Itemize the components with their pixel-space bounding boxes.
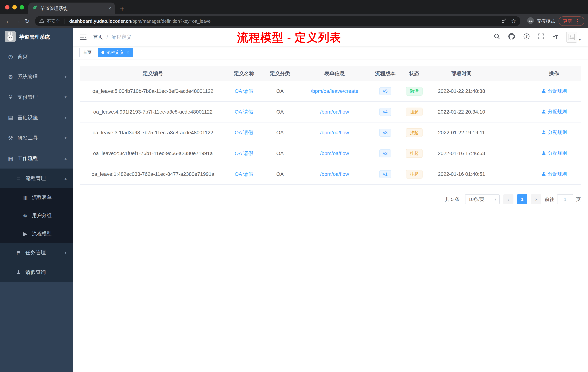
- page-annotation: 流程模型 - 定义列表: [237, 30, 341, 45]
- new-tab-button[interactable]: +: [120, 5, 124, 12]
- sidebar-item-label: 用户分组: [32, 212, 52, 219]
- tag-close-icon[interactable]: ×: [126, 50, 129, 55]
- navbar-actions: ? TT ▾: [494, 32, 581, 43]
- definition-name-link[interactable]: OA 请假: [235, 109, 253, 115]
- cell-definition-id: oa_leave:3:1fad3d93-7b75-11ec-a3c8-acde4…: [80, 122, 226, 143]
- status-badge: 挂起: [406, 128, 422, 137]
- form-info-link[interactable]: /bpm/oa/leave/create: [311, 88, 358, 94]
- reload-icon[interactable]: ↻: [22, 18, 32, 25]
- sidebar-item-label: 流程模型: [32, 230, 52, 237]
- assign-rule-link[interactable]: 分配规则: [541, 129, 567, 136]
- assign-rule-link[interactable]: 分配规则: [541, 88, 567, 94]
- browser-tab-strip: 芋道管理系统 × +: [0, 0, 588, 14]
- svg-text:?: ?: [525, 34, 528, 38]
- user-avatar[interactable]: [566, 32, 577, 43]
- column-action: 操作: [527, 66, 581, 81]
- sidebar-item-leave-query[interactable]: ♟ 请假查询: [0, 263, 73, 282]
- sidebar-item-label: 工作流程: [17, 155, 38, 162]
- goto-page-input[interactable]: [557, 194, 573, 204]
- incognito-icon: [527, 17, 534, 25]
- security-label: 不安全: [47, 18, 60, 24]
- definition-name-link[interactable]: OA 请假: [235, 88, 253, 94]
- fullscreen-icon[interactable]: [538, 33, 544, 41]
- chevron-icon: ▾: [64, 250, 67, 255]
- sidebar-item-system[interactable]: ⚙ 系统管理 ▾: [0, 67, 73, 87]
- sidebar-item-label: 请假查询: [25, 269, 46, 276]
- zoom-window-button[interactable]: [20, 5, 24, 10]
- tag-label: 首页: [83, 50, 92, 55]
- browser-window: 芋道管理系统 × + ← → ↻ 不安全 dashboard.yudao.ioc…: [0, 0, 588, 372]
- cell-action: 分配规则: [527, 122, 581, 143]
- sidebar-logo[interactable]: 芋道管理系统: [0, 28, 73, 46]
- sidebar-item-process-form[interactable]: ▥ 流程表单: [0, 188, 73, 206]
- incognito-label: 无痕模式: [537, 18, 555, 24]
- cell-category: OA: [262, 143, 298, 164]
- breadcrumb-home[interactable]: 首页: [93, 34, 103, 41]
- key-icon[interactable]: [501, 18, 507, 24]
- tag-dot: [101, 51, 104, 54]
- browser-tab[interactable]: 芋道管理系统 ×: [28, 2, 115, 14]
- user-menu[interactable]: ▾: [566, 32, 581, 43]
- monitor-icon: ▤: [7, 114, 14, 121]
- address-bar[interactable]: 不安全 dashboard.yudao.iocoder.cn/bpm/manag…: [35, 16, 520, 26]
- sidebar-item-task-mgmt[interactable]: ⚑ 任务管理 ▾: [0, 243, 73, 263]
- hamburger-icon[interactable]: [80, 34, 86, 40]
- person-icon: ♟: [15, 269, 22, 275]
- form-info-link[interactable]: /bpm/oa/flow: [320, 151, 349, 156]
- back-icon[interactable]: ←: [4, 18, 13, 25]
- user-icon: [541, 151, 546, 156]
- form-info-link[interactable]: /bpm/oa/flow: [320, 171, 349, 177]
- minimize-window-button[interactable]: [12, 5, 17, 10]
- view-tag[interactable]: 流程定义 ×: [98, 48, 133, 57]
- next-page-button[interactable]: ›: [531, 194, 541, 204]
- sidebar-item-devtools[interactable]: ⚒ 研发工具 ▾: [0, 128, 73, 148]
- sidebar-item-payment[interactable]: ¥ 支付管理 ▾: [0, 87, 73, 107]
- forward-icon[interactable]: →: [13, 18, 22, 25]
- tab-close-icon[interactable]: ×: [108, 6, 111, 11]
- page-number-button[interactable]: 1: [517, 194, 527, 204]
- form-info-link[interactable]: /bpm/oa/flow: [320, 130, 349, 135]
- cell-category: OA: [262, 101, 298, 122]
- help-icon[interactable]: ?: [523, 33, 530, 41]
- assign-rule-link[interactable]: 分配规则: [541, 171, 567, 177]
- sidebar-item-label: 系统管理: [17, 73, 38, 80]
- sidebar-item-workflow[interactable]: ▦ 工作流程 ▴: [0, 148, 73, 169]
- sidebar-item-infrastructure[interactable]: ▤ 基础设施 ▾: [0, 107, 73, 128]
- cell-action: 分配规则: [527, 143, 581, 164]
- omnibox-actions: ☆: [501, 18, 516, 24]
- assign-rule-link[interactable]: 分配规则: [541, 109, 567, 115]
- window-controls: [5, 5, 24, 10]
- definition-name-link[interactable]: OA 请假: [235, 171, 253, 177]
- sidebar-item-process-model[interactable]: ▶ 流程模型: [0, 225, 73, 243]
- table-row: oa_leave:1:482ec033-762a-11ec-8477-a2380…: [80, 164, 581, 185]
- assign-rule-label: 分配规则: [548, 109, 567, 115]
- sidebar-item-home[interactable]: ◷ 首页: [0, 46, 73, 67]
- sidebar-item-user-group[interactable]: ☺ 用户分组: [0, 206, 73, 225]
- definition-name-link[interactable]: OA 请假: [235, 151, 253, 156]
- breadcrumb: 首页 / 流程定义: [93, 34, 132, 41]
- chevron-icon: ▾: [64, 136, 67, 140]
- prev-page-button[interactable]: ‹: [503, 194, 514, 204]
- url-domain: dashboard.yudao.iocoder.cn: [69, 19, 131, 24]
- cell-deploy-time: 2022-01-16 17:46:53: [429, 143, 494, 164]
- browser-update-button[interactable]: 更新 ⋮: [558, 16, 584, 26]
- sidebar-item-process-mgmt[interactable]: ≣ 流程管理 ▴: [0, 169, 73, 188]
- status-badge: 挂起: [406, 170, 422, 178]
- close-window-button[interactable]: [5, 5, 10, 10]
- form-info-link[interactable]: /bpm/oa/flow: [320, 109, 349, 115]
- github-icon[interactable]: [508, 33, 515, 41]
- page-size-select[interactable]: 10条/页 ▾: [465, 194, 500, 204]
- view-tag[interactable]: 首页: [79, 48, 95, 57]
- browser-menu-dots-icon[interactable]: ⋮: [575, 18, 580, 24]
- assign-rule-link[interactable]: 分配规则: [541, 150, 567, 156]
- security-status[interactable]: 不安全: [39, 18, 60, 24]
- bookmark-star-icon[interactable]: ☆: [511, 18, 516, 24]
- definition-name-link[interactable]: OA 请假: [235, 130, 253, 135]
- font-size-icon[interactable]: TT: [553, 34, 558, 40]
- version-badge: v3: [379, 129, 391, 137]
- sidebar-item-label: 研发工具: [17, 134, 38, 142]
- chevron-icon: ▴: [64, 176, 67, 181]
- search-icon[interactable]: [494, 33, 500, 41]
- favicon-leaf-icon: [32, 5, 37, 12]
- table-row: oa_leave:5:004b710b-7b8a-11ec-8ef0-acde4…: [80, 81, 581, 101]
